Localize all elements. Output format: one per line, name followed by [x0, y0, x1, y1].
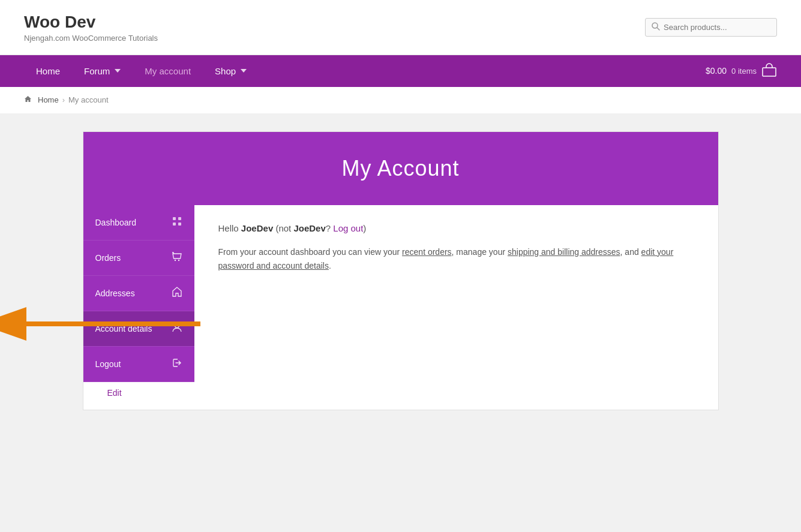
sidebar-link-account-details[interactable]: Account details	[83, 311, 194, 346]
site-tagline: Njengah.com WooCommerce Tutorials	[24, 34, 158, 43]
sidebar-label-dashboard: Dashboard	[95, 218, 137, 227]
main-nav: Home Forum My account Shop $0.00 0 items	[0, 55, 801, 87]
sidebar-label-account-details: Account details	[95, 324, 152, 333]
nav-link-shop[interactable]: Shop	[203, 55, 259, 87]
account-sidebar: Dashboard	[83, 205, 194, 382]
account-body: Dashboard	[83, 205, 718, 382]
sidebar-label-addresses: Addresses	[95, 288, 135, 298]
svg-line-1	[657, 28, 659, 30]
nav-item-shop[interactable]: Shop	[203, 55, 259, 87]
page-content: My Account Dashboard	[0, 113, 801, 446]
breadcrumb-current: My account	[68, 95, 108, 104]
home-icon	[24, 95, 32, 105]
svg-rect-6	[178, 223, 181, 226]
nav-item-myaccount[interactable]: My account	[133, 55, 203, 87]
cart-items-count: 0 items	[731, 67, 757, 76]
nav-link-home[interactable]: Home	[24, 55, 72, 87]
not-username: JoeDev	[293, 223, 325, 233]
sidebar-link-addresses[interactable]: Addresses	[83, 276, 194, 311]
search-box[interactable]	[645, 18, 777, 37]
svg-rect-3	[173, 217, 176, 220]
nav-links: Home Forum My account Shop	[24, 55, 259, 87]
sidebar-label-orders: Orders	[95, 253, 121, 263]
logout-link[interactable]: Log out	[333, 223, 363, 233]
sidebar-item-dashboard[interactable]: Dashboard	[83, 205, 194, 241]
cart-area[interactable]: $0.00 0 items	[706, 63, 777, 79]
search-input[interactable]	[664, 23, 770, 32]
search-icon	[652, 22, 660, 32]
sidebar-label-logout: Logout	[95, 359, 121, 369]
svg-rect-5	[173, 223, 176, 226]
sidebar-item-account-details[interactable]: Account details	[83, 311, 194, 347]
recent-orders-link[interactable]: recent orders	[402, 247, 451, 257]
svg-point-7	[174, 259, 175, 260]
breadcrumb-separator: ›	[62, 95, 65, 104]
sidebar-item-logout[interactable]: Logout	[83, 347, 194, 382]
account-container: My Account Dashboard	[83, 131, 719, 410]
account-main: Hello JoeDev (not JoeDev? Log out) From …	[194, 205, 718, 382]
hello-message: Hello JoeDev (not JoeDev? Log out)	[218, 223, 694, 233]
sidebar-link-dashboard[interactable]: Dashboard	[83, 205, 194, 240]
sidebar-link-orders[interactable]: Orders	[83, 241, 194, 275]
edit-link[interactable]: Edit	[107, 388, 122, 398]
breadcrumb-home-link[interactable]: Home	[38, 95, 59, 104]
nav-link-forum[interactable]: Forum	[72, 55, 133, 87]
dashboard-description: From your account dashboard you can view…	[218, 245, 694, 274]
chevron-down-icon	[115, 69, 121, 73]
nav-item-home[interactable]: Home	[24, 55, 72, 87]
nav-item-forum[interactable]: Forum	[72, 55, 133, 87]
addresses-link[interactable]: shipping and billing addresses	[508, 247, 620, 257]
sidebar-item-orders[interactable]: Orders	[83, 241, 194, 276]
cart-icon[interactable]	[761, 63, 777, 79]
logout-icon	[172, 357, 182, 371]
site-header: Woo Dev Njengah.com WooCommerce Tutorial…	[0, 0, 801, 55]
svg-rect-4	[178, 217, 181, 220]
edit-section: Edit	[83, 382, 718, 410]
sidebar-link-logout[interactable]: Logout	[83, 347, 194, 381]
site-title: Woo Dev	[24, 12, 158, 32]
sidebar-nav: Dashboard	[83, 205, 194, 382]
cart-amount: $0.00	[706, 66, 727, 76]
svg-point-9	[175, 323, 179, 327]
sidebar-item-addresses[interactable]: Addresses	[83, 276, 194, 311]
site-branding: Woo Dev Njengah.com WooCommerce Tutorial…	[24, 12, 158, 43]
username: JoeDev	[241, 223, 273, 233]
orders-icon	[172, 251, 182, 265]
account-banner-title: My Account	[95, 156, 706, 181]
dashboard-icon	[172, 216, 182, 229]
account-details-icon	[172, 322, 182, 335]
nav-link-myaccount[interactable]: My account	[133, 55, 203, 87]
chevron-down-icon	[241, 69, 247, 73]
svg-point-8	[178, 259, 179, 260]
addresses-icon	[172, 287, 182, 300]
account-banner: My Account	[83, 132, 718, 205]
breadcrumb: Home › My account	[0, 87, 801, 113]
svg-rect-2	[763, 68, 776, 76]
